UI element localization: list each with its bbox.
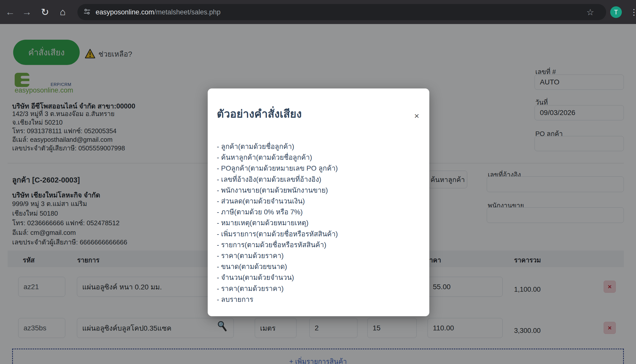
voice-command-item: - เพิ่มรายการ(ตามด้วยชื่อหรือรหัสสินค้า)	[217, 229, 338, 239]
voice-command-item: - ขนาด(ตามด้วยขนาด)	[217, 261, 338, 272]
voice-command-item: - เลขที่อ้างอิง(ตามด้วยเลขที่อ้างอิง)	[217, 174, 338, 185]
voice-command-item: - ลูกค้า(ตามด้วยชื่อลูกค้า)	[217, 141, 338, 152]
address-bar[interactable]: easyposonline.com/metalsheet/sales.php	[77, 4, 606, 20]
forward-icon[interactable]: →	[19, 0, 34, 24]
voice-command-examples-modal: ตัวอย่างคำสั่งเสียง × - ลูกค้า(ตามด้วยชื…	[208, 88, 429, 316]
home-icon[interactable]: ⌂	[55, 0, 70, 24]
browser-menu-icon[interactable]: ⋮	[630, 0, 636, 24]
tune-icon[interactable]	[83, 8, 91, 17]
voice-command-item: - ลบรายการ	[217, 294, 338, 305]
bookmark-star-icon[interactable]: ☆	[586, 0, 594, 24]
voice-command-list: - ลูกค้า(ตามด้วยชื่อลูกค้า) - ค้นหาลูกค้…	[217, 141, 338, 305]
voice-command-item: - จำนวน(ตามด้วยจำนวน)	[217, 272, 338, 283]
voice-command-item: - ค้นหาลูกค้า(ตามด้วยชื่อลูกค้า)	[217, 152, 338, 163]
browser-toolbar: ← → ↻ ⌂ easyposonline.com/metalsheet/sal…	[0, 0, 636, 24]
url-text[interactable]: easyposonline.com/metalsheet/sales.php	[96, 8, 221, 16]
close-icon[interactable]: ×	[413, 111, 421, 121]
avatar[interactable]: T	[610, 6, 622, 18]
voice-command-item: - POลูกค้า(ตามด้วยหมายเลข PO ลูกค้า)	[217, 163, 338, 174]
voice-command-item: - ราคา(ตามด้วยราคา)	[217, 250, 338, 261]
url-host: easyposonline.com	[96, 8, 154, 16]
voice-command-item: - ภาษี(ตามด้วย 0% หรือ 7%)	[217, 207, 338, 217]
reload-icon[interactable]: ↻	[37, 0, 53, 24]
back-icon[interactable]: ←	[3, 0, 18, 24]
voice-command-item: - หมายเหตุ(ตามด้วยหมายเหตุ)	[217, 217, 338, 228]
url-path: /metalsheet/sales.php	[154, 8, 221, 16]
voice-command-item: - รายการ(ตามด้วยชื่อหรือรหัสสินค้า)	[217, 239, 338, 250]
voice-command-item: - พนักงานขาย(ตามด้วยพนักงานขาย)	[217, 185, 338, 196]
voice-command-item: - ราคา(ตามด้วยราคา)	[217, 283, 338, 294]
modal-title: ตัวอย่างคำสั่งเสียง	[217, 105, 302, 122]
voice-command-item: - ส่วนลด(ตามด้วยจำนวนเงิน)	[217, 196, 338, 207]
